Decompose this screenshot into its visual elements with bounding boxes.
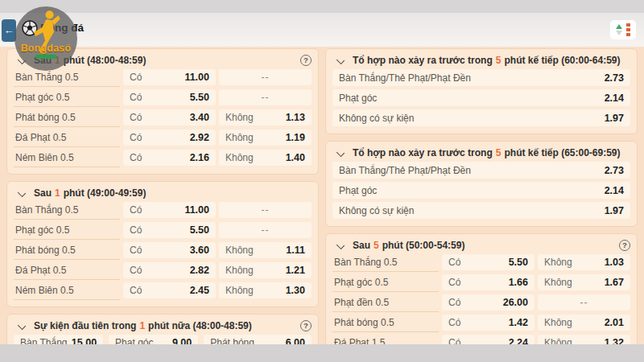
panel-header[interactable]: Sau 1 phút (49:00-49:59): [14, 186, 312, 200]
bottom-strip: [0, 344, 644, 362]
chevron-down-icon[interactable]: [336, 241, 347, 249]
market-label: Ném Biên 0.5: [14, 282, 120, 300]
odds-cell-yes[interactable]: Có5.50: [123, 89, 216, 105]
table-row: Ném Biên 0.5 Có2.16 Không1.40: [14, 150, 312, 167]
table-row: Phạt góc 0.5 Có5.50 --: [14, 222, 312, 240]
odds-cell-no[interactable]: Không1.30: [219, 282, 312, 298]
odds-cell-yes[interactable]: Có11.00: [123, 69, 216, 85]
odds-cell[interactable]: Bàn Thắng/Thẻ Phạt/Phạt Đền2.73: [332, 69, 630, 86]
odds-cell[interactable]: Không có sự kiện1.97: [332, 202, 630, 219]
table-row: Phạt góc2.14: [332, 89, 630, 106]
panel-title-suffix: phút nữa (48:00-48:59): [148, 320, 252, 331]
panel-header[interactable]: Sau 5 phút (50:00-54:59) ?: [332, 238, 630, 252]
odds-cell-yes[interactable]: Có26.00: [442, 294, 535, 311]
odds-cell-no[interactable]: Không1.11: [219, 242, 312, 258]
odds-cell-yes[interactable]: Có5.50: [442, 254, 535, 270]
panel-after-1-min-48: Sau 1 phút (48:00-48:59) ? Bàn Thắng 0.5…: [6, 48, 319, 175]
chevron-down-icon[interactable]: [17, 56, 28, 64]
market-label: Phát bóng 0.5: [14, 109, 120, 127]
odds-cell-yes[interactable]: Có2.16: [123, 150, 216, 166]
help-icon[interactable]: ?: [300, 55, 312, 66]
odds-cell-no[interactable]: Không1.67: [538, 274, 630, 290]
table-row: Phạt góc 0.5 Có1.66 Không1.67: [332, 274, 630, 292]
odds-cell-yes[interactable]: Có1.42: [442, 315, 535, 331]
odds-cell-yes[interactable]: Có1.66: [442, 274, 535, 290]
odds-cell-no[interactable]: Không1.21: [219, 262, 312, 278]
table-row: Phát bóng 0.5 Có3.40 Không1.13: [14, 109, 312, 127]
panel-title-suffix: phút kế tiếp (65:00-69:59): [504, 147, 620, 158]
table-row: Bàn Thắng/Thẻ Phạt/Phạt Đền2.73: [332, 69, 630, 86]
chevron-down-icon[interactable]: [336, 149, 347, 157]
odds-cell-yes[interactable]: Có2.92: [123, 130, 216, 146]
table-row: Ném Biên 0.5 Có2.45 Không1.30: [14, 282, 312, 300]
market-label: Bàn Thắng 0.5: [14, 202, 120, 220]
table-row: Đá Phạt 0.5 Có2.82 Không1.21: [14, 262, 312, 280]
odds-cell-yes[interactable]: Có11.00: [123, 202, 216, 218]
table-row: Bàn Thắng/Thẻ Phạt/Phạt Đền2.73: [332, 162, 630, 179]
help-icon[interactable]: ?: [619, 240, 630, 251]
odds-cell[interactable]: Phạt góc2.14: [332, 182, 630, 199]
right-column: Tổ hợp nào xảy ra trước trong 5 phút kế …: [325, 48, 638, 344]
panel-title-prefix: Sự kiện đầu tiên trong: [34, 320, 136, 331]
back-button[interactable]: ←: [2, 19, 16, 42]
odds-cell-no[interactable]: --: [219, 222, 312, 238]
odds-cell-no[interactable]: --: [219, 69, 312, 85]
table-row: Đá Phạt 0.5 Có2.92 Không1.19: [14, 130, 312, 147]
table-row: Phạt đền 0.5 Có26.00 --: [332, 294, 630, 312]
market-label: Phạt góc 0.5: [14, 89, 120, 107]
panel-title-number: 5: [496, 147, 502, 158]
menu-dots-icon[interactable]: [626, 23, 630, 36]
odds-cell-yes[interactable]: Có3.60: [123, 242, 216, 258]
panel-title-prefix: Sau: [34, 187, 52, 199]
help-icon[interactable]: ?: [300, 320, 312, 331]
odds-cell-no[interactable]: --: [538, 294, 630, 311]
market-label: Đá Phạt 0.5: [14, 262, 120, 280]
sort-arrows-icon[interactable]: [616, 24, 622, 35]
panel-title-suffix: phút (49:00-49:59): [64, 187, 147, 199]
odds-cell-no[interactable]: Không2.01: [538, 315, 630, 331]
odds-content: Sau 1 phút (48:00-48:59) ? Bàn Thắng 0.5…: [0, 47, 644, 344]
panel-header[interactable]: Tổ hợp nào xảy ra trước trong 5 phút kế …: [332, 53, 630, 67]
panel-title-number: 1: [55, 187, 60, 199]
odds-cell[interactable]: Phạt góc2.14: [332, 89, 630, 106]
table-row: Phát bóng 0.5 Có1.42 Không2.01: [332, 315, 630, 332]
market-label: Phạt góc 0.5: [332, 274, 439, 292]
panel-combo-next-5-min-60: Tổ hợp nào xảy ra trước trong 5 phút kế …: [325, 48, 638, 134]
odds-cell-no[interactable]: --: [219, 89, 312, 105]
odds-cell-no[interactable]: Không1.03: [538, 254, 630, 270]
market-label: Phạt đền 0.5: [332, 294, 439, 312]
odds-toolbar[interactable]: [610, 20, 636, 39]
panel-after-1-min-49: Sau 1 phút (49:00-49:59) Bàn Thắng 0.5 C…: [6, 181, 319, 307]
odds-cell-no[interactable]: Không1.40: [219, 150, 312, 166]
odds-cell-yes[interactable]: Có2.82: [123, 262, 216, 278]
table-row: Bàn Thắng 0.5 Có11.00 --: [14, 202, 312, 220]
panel-header[interactable]: Tổ hợp nào xảy ra trước trong 5 phút kế …: [332, 146, 630, 159]
panel-title-prefix: Tổ hợp nào xảy ra trước trong: [353, 147, 493, 158]
panel-title-prefix: Tổ hợp nào xảy ra trước trong: [353, 55, 493, 66]
chevron-down-icon[interactable]: [17, 189, 28, 197]
left-column: Sau 1 phút (48:00-48:59) ? Bàn Thắng 0.5…: [6, 48, 319, 344]
table-row: Phạt góc 0.5 Có5.50 --: [14, 89, 312, 107]
market-label: Phát bóng 0.5: [14, 242, 120, 260]
market-label: Bàn Thắng 0.5: [332, 254, 439, 272]
odds-cell-no[interactable]: Không1.13: [219, 109, 312, 125]
odds-cell-yes[interactable]: Có5.50: [123, 222, 216, 238]
panel-title-prefix: Sau: [353, 240, 370, 251]
table-row: Không có sự kiện1.97: [332, 109, 630, 126]
panel-title-suffix: phút kế tiếp (60:00-64:59): [504, 55, 620, 66]
chevron-down-icon[interactable]: [336, 56, 347, 64]
panel-header[interactable]: Sau 1 phút (48:00-48:59) ?: [14, 53, 312, 67]
panel-header[interactable]: Sự kiện đầu tiên trong 1 phút nữa (48:00…: [14, 319, 312, 332]
odds-cell[interactable]: Bàn Thắng/Thẻ Phạt/Phạt Đền2.73: [332, 162, 630, 179]
panel-title-suffix: phút (48:00-48:59): [64, 55, 147, 66]
odds-cell[interactable]: Không có sự kiện1.97: [332, 109, 630, 126]
odds-cell-no[interactable]: --: [219, 202, 312, 218]
odds-cell-yes[interactable]: Có3.40: [123, 109, 216, 125]
panel-title-suffix: phút (50:00-54:59): [382, 240, 465, 251]
odds-cell-no[interactable]: Không1.19: [219, 130, 312, 146]
odds-cell-yes[interactable]: Có2.45: [123, 282, 216, 298]
table-row: Phạt góc2.14: [332, 182, 630, 199]
panel-combo-next-5-min-65: Tổ hợp nào xảy ra trước trong 5 phút kế …: [325, 141, 638, 227]
panel-title-number: 5: [374, 240, 379, 251]
chevron-down-icon[interactable]: [17, 322, 28, 330]
